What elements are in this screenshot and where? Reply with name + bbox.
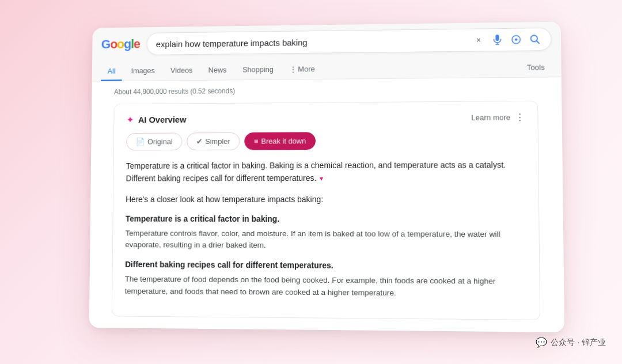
tools-button[interactable]: Tools	[519, 58, 552, 77]
subsection-2-title: Different baking recipes call for differ…	[125, 259, 526, 274]
ai-content: Temperature is a critical factor in baki…	[125, 158, 527, 301]
wechat-icon: 💬	[536, 337, 547, 348]
search-icon[interactable]	[528, 33, 541, 46]
ai-intro-text: Temperature is a critical factor in baki…	[126, 158, 525, 185]
svg-rect-0	[495, 35, 499, 41]
search-box[interactable]: explain how temperature impacts baking ×	[146, 28, 551, 55]
ai-overview-title: AI Overview	[138, 115, 187, 124]
tab-news[interactable]: News	[202, 61, 233, 80]
tab-videos[interactable]: Videos	[164, 62, 199, 81]
subsection-2-body: The temperature of food depends on the f…	[125, 274, 527, 301]
search-icons: ×	[472, 33, 542, 46]
learn-more-link[interactable]: Learn more	[471, 113, 510, 122]
watermark-text: 公众号 · 锌产业	[551, 338, 606, 348]
subsection-1: Temperature is a critical factor in baki…	[125, 213, 526, 253]
original-icon: 📄	[136, 138, 145, 146]
watermark: 💬 公众号 · 锌产业	[536, 337, 606, 348]
subsection-2: Different baking recipes call for differ…	[125, 259, 527, 301]
browser-top: Google explain how temperature impacts b…	[92, 22, 562, 82]
more-dots-icon: ⋮	[290, 65, 297, 74]
mic-icon[interactable]	[491, 33, 504, 46]
clear-icon[interactable]: ×	[472, 34, 486, 47]
tab-images[interactable]: Images	[124, 62, 162, 81]
ai-overview-header: ✦ AI Overview Learn more ⋮	[127, 112, 525, 125]
mode-buttons: 📄 Original ✔ Simpler ≡ Break it down	[126, 131, 525, 151]
mode-breakitdown-button[interactable]: ≡ Break it down	[244, 132, 316, 150]
browser-card: Google explain how temperature impacts b…	[89, 22, 564, 332]
subsection-1-body: Temperature controls flavor, color, and …	[125, 227, 526, 253]
google-logo: Google	[101, 37, 140, 52]
results-count: About 44,900,000 results (0.52 seconds)	[114, 85, 538, 96]
spark-icon: ✦	[127, 115, 134, 126]
nav-tabs: All Images Videos News Shopping ⋮ More T…	[101, 56, 552, 81]
tab-shopping[interactable]: Shopping	[236, 60, 280, 79]
tab-more[interactable]: ⋮ More	[283, 60, 322, 79]
more-options-icon[interactable]: ⋮	[515, 112, 525, 123]
mode-original-button[interactable]: 📄 Original	[126, 133, 182, 151]
mode-simpler-button[interactable]: ✔ Simpler	[187, 132, 240, 150]
tab-all[interactable]: All	[101, 62, 122, 81]
search-query-text: explain how temperature impacts baking	[156, 35, 468, 48]
ai-header-actions: Learn more ⋮	[471, 112, 525, 123]
ai-overview-title-row: ✦ AI Overview	[127, 114, 187, 125]
search-bar-row: Google explain how temperature impacts b…	[101, 28, 551, 62]
search-content: About 44,900,000 results (0.52 seconds) …	[89, 77, 564, 332]
ai-overview-card: ✦ AI Overview Learn more ⋮ 📄 Original ✔ …	[112, 101, 540, 320]
expand-icon[interactable]: ▾	[320, 173, 323, 184]
svg-line-6	[536, 41, 539, 44]
closer-look-header: Here's a closer look at how temperature …	[126, 193, 525, 206]
lens-icon[interactable]	[510, 33, 523, 46]
breakitdown-icon: ≡	[254, 137, 259, 146]
subsection-1-title: Temperature is a critical factor in baki…	[126, 213, 526, 226]
simpler-icon: ✔	[196, 137, 203, 146]
